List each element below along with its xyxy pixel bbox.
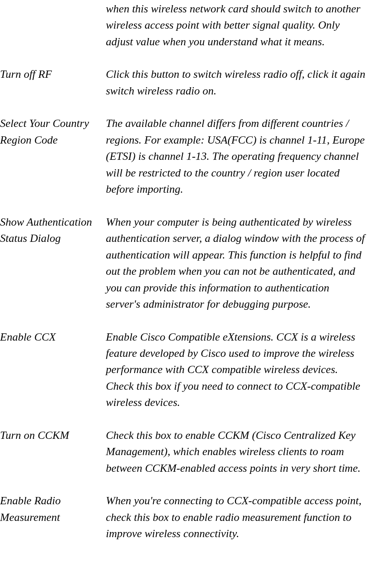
definition-row: Show Authentication Status Dialog When y… xyxy=(0,214,368,313)
term-label: Enable Radio Measurement xyxy=(0,493,106,526)
term-description: When your computer is being authenticate… xyxy=(106,214,368,313)
term-description: When you're connecting to CCX-compatible… xyxy=(106,493,368,542)
term-label: Turn off RF xyxy=(0,66,106,82)
term-description: when this wireless network card should s… xyxy=(106,1,368,50)
term-description: Check this box to enable CCKM (Cisco Cen… xyxy=(106,427,368,476)
definition-row: Select Your Country Region Code The avai… xyxy=(0,115,368,197)
term-label: Enable CCX xyxy=(0,329,106,345)
term-description: The available channel differs from diffe… xyxy=(106,115,368,197)
definition-row: Enable CCX Enable Cisco Compatible eXten… xyxy=(0,329,368,411)
term-description: Enable Cisco Compatible eXtensions. CCX … xyxy=(106,329,368,411)
term-label: Turn on CCKM xyxy=(0,427,106,444)
term-label: Select Your Country Region Code xyxy=(0,115,106,148)
term-description: Click this button to switch wireless rad… xyxy=(106,66,368,99)
term-label: Show Authentication Status Dialog xyxy=(0,214,106,247)
definition-row: Turn on CCKM Check this box to enable CC… xyxy=(0,427,368,476)
definition-row: when this wireless network card should s… xyxy=(0,1,368,50)
definition-row: Enable Radio Measurement When you're con… xyxy=(0,493,368,542)
definition-row: Turn off RF Click this button to switch … xyxy=(0,66,368,99)
